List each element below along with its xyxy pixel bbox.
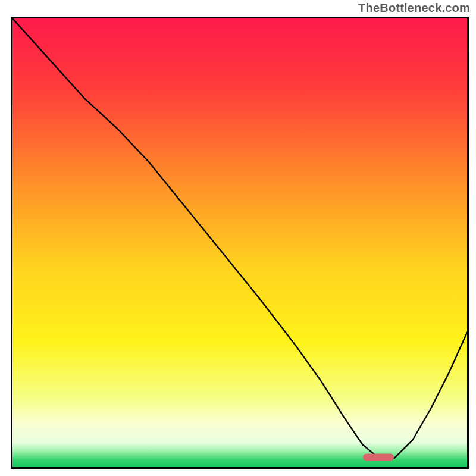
plot-area bbox=[11, 17, 469, 469]
chart-frame: TheBottleneck.com bbox=[0, 0, 476, 476]
gradient-background bbox=[12, 18, 467, 467]
watermark-text: TheBottleneck.com bbox=[358, 1, 470, 15]
optimal-range-marker bbox=[363, 453, 394, 461]
plot-svg bbox=[12, 18, 467, 467]
